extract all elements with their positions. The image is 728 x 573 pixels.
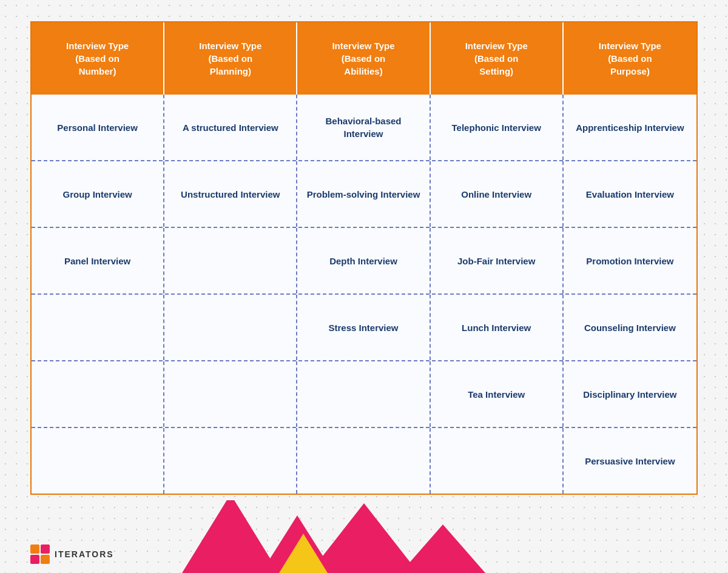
cell-3-4: Counseling Interview: [564, 295, 696, 360]
header-cell-4: Interview Type(Based onPurpose): [564, 22, 696, 95]
table-body: Personal InterviewA structured Interview…: [32, 95, 696, 494]
cell-2-2: Depth Interview: [297, 228, 430, 293]
svg-rect-1: [41, 545, 50, 554]
cell-3-0: [32, 295, 164, 360]
table-row-3: Stress InterviewLunch InterviewCounselin…: [32, 293, 696, 360]
cell-1-4: Evaluation Interview: [564, 161, 696, 227]
cell-5-4: Persuasive Interview: [564, 428, 696, 494]
cell-4-0: [32, 361, 164, 427]
cell-4-3: Tea Interview: [431, 361, 564, 427]
cell-5-0: [32, 428, 164, 494]
table-row-4: Tea InterviewDisciplinary Interview: [32, 360, 696, 427]
cell-2-3: Job-Fair Interview: [431, 228, 564, 293]
header-cell-0: Interview Type(Based onNumber): [32, 22, 164, 95]
cell-0-1: A structured Interview: [164, 95, 297, 160]
header-cell-2: Interview Type(Based onAbilities): [297, 22, 430, 95]
cell-5-1: [164, 428, 297, 494]
cell-4-2: [297, 361, 430, 427]
cell-0-0: Personal Interview: [32, 95, 164, 160]
cell-2-0: Panel Interview: [32, 228, 164, 293]
cell-4-1: [164, 361, 297, 427]
svg-rect-3: [41, 555, 50, 564]
logo-text: ITERATORS: [55, 549, 114, 559]
triangle-4: [400, 524, 485, 573]
cell-2-1: [164, 228, 297, 293]
svg-rect-0: [30, 545, 39, 554]
header-cell-3: Interview Type(Based onSetting): [431, 22, 564, 95]
cell-0-3: Telephonic Interview: [431, 95, 564, 160]
cell-5-2: [297, 428, 430, 494]
table-row-5: Persuasive Interview: [32, 427, 696, 494]
logo-icon: [30, 545, 50, 564]
table-row-2: Panel Interview Depth InterviewJob-Fair …: [32, 227, 696, 293]
svg-rect-2: [30, 555, 39, 564]
header-cell-1: Interview Type(Based onPlanning): [164, 22, 297, 95]
page-wrapper: Interview Type(Based onNumber)Interview …: [0, 0, 728, 495]
cell-1-3: Online Interview: [431, 161, 564, 227]
table-header: Interview Type(Based onNumber)Interview …: [32, 22, 696, 95]
cell-3-3: Lunch Interview: [431, 295, 564, 360]
cell-1-0: Group Interview: [32, 161, 164, 227]
interview-table: Interview Type(Based onNumber)Interview …: [30, 21, 698, 495]
cell-1-2: Problem-solving Interview: [297, 161, 430, 227]
triangle-yellow: [279, 534, 328, 573]
cell-1-1: Unstructured Interview: [164, 161, 297, 227]
table-row-0: Personal InterviewA structured Interview…: [32, 95, 696, 160]
table-row-1: Group InterviewUnstructured InterviewPro…: [32, 160, 696, 227]
cell-3-2: Stress Interview: [297, 295, 430, 360]
cell-2-4: Promotion Interview: [564, 228, 696, 293]
cell-5-3: [431, 428, 564, 494]
cell-0-2: Behavioral-based Interview: [297, 95, 430, 160]
cell-4-4: Disciplinary Interview: [564, 361, 696, 427]
cell-0-4: Apprenticeship Interview: [564, 95, 696, 160]
cell-3-1: [164, 295, 297, 360]
logo-area: ITERATORS: [30, 545, 114, 564]
